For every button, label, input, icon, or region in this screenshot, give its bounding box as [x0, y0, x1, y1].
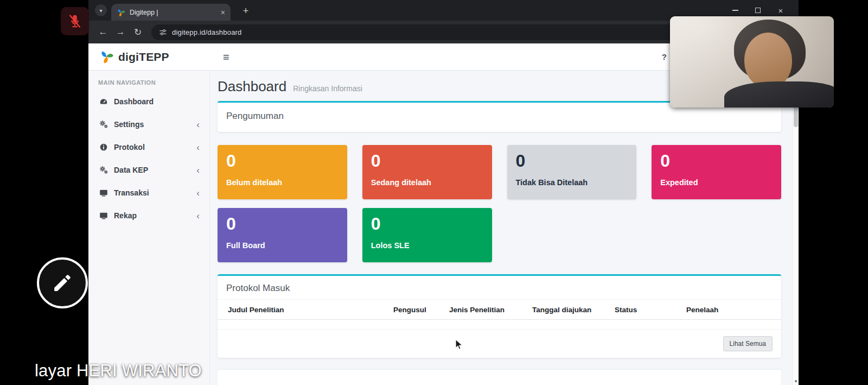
sidebar-item-transaksi[interactable]: Transaksi ‹ [88, 181, 209, 204]
help-icon[interactable]: ? [659, 43, 670, 70]
sidebar-item-settings[interactable]: Settings ‹ [88, 113, 209, 136]
chevron-left-icon: ‹ [196, 120, 202, 129]
stat-value: 0 [371, 215, 483, 232]
webcam-vignette [670, 16, 834, 108]
protokol-masuk-card: Protokol Masuk Judul Penelitian Pengusul… [218, 274, 781, 358]
sidebar-item-label: Data KEP [114, 166, 190, 174]
sidebar-item-label: Rekap [114, 211, 190, 220]
stat-label: Full Board [226, 241, 339, 250]
webcam-overlay [670, 16, 834, 108]
stat-value: 0 [371, 152, 483, 169]
stats-grid: 0 Belum ditelaah 0 Sedang ditelaah 0 Tid… [218, 145, 781, 262]
chevron-left-icon: ‹ [196, 143, 202, 152]
scroll-down-icon[interactable]: ▾ [793, 378, 799, 384]
stat-value: 0 [226, 152, 339, 169]
hamburger-menu-icon[interactable]: ≡ [220, 49, 233, 65]
stat-value: 0 [226, 215, 339, 232]
sidebar-item-protokol[interactable]: Protokol ‹ [88, 136, 209, 159]
column-header: Jenis Penelitian [449, 300, 532, 319]
info-circle-icon [99, 143, 108, 152]
tab-close-icon[interactable]: × [221, 9, 225, 16]
table-title: Protokol Masuk [218, 276, 781, 300]
stat-card-lolos-sle: 0 Lolos SLE [362, 208, 492, 262]
stat-value: 0 [516, 152, 628, 169]
tab-title: Digitepp | [130, 9, 216, 16]
sidebar: MAIN NAVIGATION Dashboard Settings ‹ Pro… [88, 71, 210, 385]
tv-icon [99, 211, 108, 220]
stat-value: 0 [660, 152, 773, 169]
mic-muted-icon [67, 13, 83, 29]
column-header: Status [615, 300, 686, 319]
stat-label: Lolos SLE [371, 241, 483, 250]
sidebar-item-dashboard[interactable]: Dashboard [88, 90, 209, 113]
sidebar-item-label: Dashboard [114, 97, 202, 106]
stat-label: Belum ditelaah [226, 178, 339, 187]
screen-share-caption: layar HERI WIRANTO [35, 361, 202, 381]
url-text: digitepp.id/dashboard [172, 28, 242, 36]
brand-logo-icon [99, 49, 114, 64]
sidebar-item-data-kep[interactable]: Data KEP ‹ [88, 159, 209, 181]
tachometer-icon [99, 97, 108, 106]
column-header: Penelaah [686, 300, 773, 319]
chevron-left-icon: ‹ [196, 188, 202, 198]
stat-label: Tidak Bisa Ditelaah [516, 178, 628, 187]
mouse-cursor [454, 339, 464, 351]
browser-tab[interactable]: Digitepp | × [111, 4, 231, 21]
reload-icon[interactable]: ↻ [130, 24, 146, 40]
sidebar-item-label: Protokol [114, 143, 190, 152]
page-footer [218, 370, 781, 385]
stat-label: Sedang ditelaah [371, 178, 483, 187]
video-frame: ▾ Digitepp | × + × ← → ↻ digitepp.id/das… [0, 0, 868, 385]
column-header: Pengusul [393, 300, 449, 319]
stat-card-belum-ditelaah: 0 Belum ditelaah [218, 145, 347, 199]
tab-favicon [117, 8, 125, 17]
forward-icon[interactable]: → [112, 24, 129, 40]
stat-card-expedited: 0 Expedited [652, 145, 781, 199]
column-header: Tanggal diajukan [532, 300, 615, 319]
chevron-left-icon: ‹ [196, 166, 202, 175]
table-empty-body [218, 320, 781, 329]
back-icon[interactable]: ← [95, 24, 111, 40]
stat-card-sedang-ditelaah: 0 Sedang ditelaah [362, 145, 492, 199]
chevron-left-icon: ‹ [196, 211, 202, 220]
cogs-icon [99, 120, 108, 129]
sidebar-item-rekap[interactable]: Rekap ‹ [88, 204, 209, 227]
page-title: Dashboard [218, 78, 286, 95]
table-header-row: Judul Penelitian Pengusul Jenis Peneliti… [218, 300, 781, 320]
sidebar-section-label: MAIN NAVIGATION [98, 79, 209, 86]
new-tab-button[interactable]: + [239, 4, 252, 17]
stat-card-full-board: 0 Full Board [218, 208, 347, 262]
table-footer: Lihat Semua [218, 329, 781, 358]
main-content: Dashboard Ringkasan Informasi Pengumuman… [210, 71, 792, 385]
sidebar-item-label: Settings [114, 120, 190, 129]
site-settings-icon[interactable] [159, 28, 167, 36]
stat-card-tidak-bisa-ditelaah: 0 Tidak Bisa Ditelaah [507, 145, 637, 199]
tab-search-button[interactable]: ▾ [95, 4, 107, 16]
brand-text: digiTEPP [118, 51, 169, 64]
pencil-icon [51, 272, 74, 294]
annotate-button[interactable] [37, 257, 88, 308]
page-subtitle: Ringkasan Informasi [293, 84, 362, 93]
tv-icon [99, 188, 108, 197]
lihat-semua-button[interactable]: Lihat Semua [723, 336, 773, 351]
mic-muted-button[interactable] [61, 7, 89, 35]
column-header: Judul Penelitian [228, 300, 393, 319]
brand[interactable]: digiTEPP [88, 43, 210, 70]
sidebar-item-label: Transaksi [114, 188, 190, 197]
stat-label: Expedited [660, 178, 773, 187]
cogs-icon [99, 166, 108, 174]
